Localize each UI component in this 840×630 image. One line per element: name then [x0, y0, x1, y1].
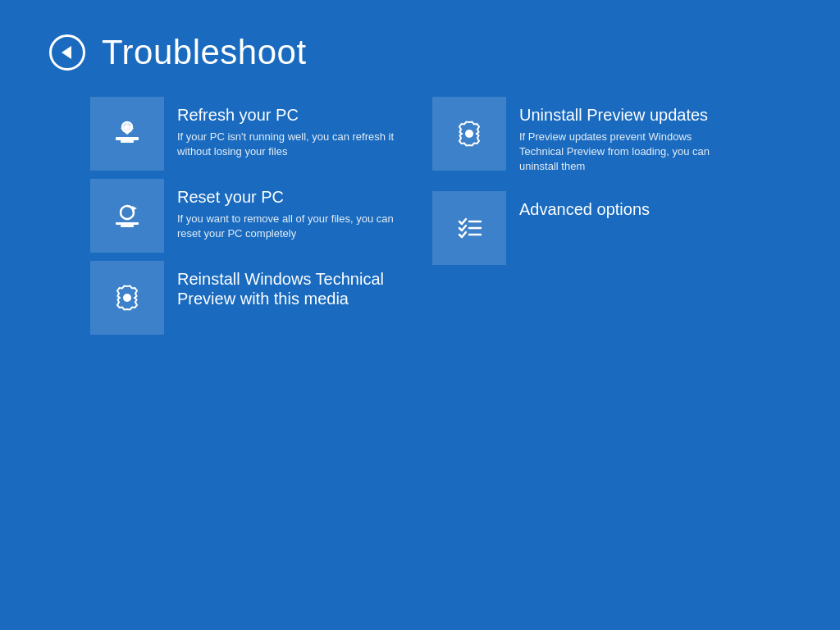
advanced-options-card[interactable]: Advanced options	[432, 191, 750, 265]
svg-rect-6	[116, 222, 139, 225]
refresh-pc-title: Refresh your PC	[177, 105, 395, 125]
uninstall-preview-card[interactable]: Uninstall Preview updates If Preview upd…	[432, 97, 750, 183]
reinstall-title: Reinstall Windows Technical Preview with…	[177, 269, 395, 308]
reinstall-windows-card[interactable]: Reinstall Windows Technical Preview with…	[90, 261, 408, 335]
refresh-pc-icon	[109, 116, 145, 152]
svg-rect-7	[121, 225, 134, 227]
header: Troubleshoot	[0, 0, 840, 97]
advanced-options-icon-box	[432, 191, 506, 265]
left-column: Refresh your PC If your PC isn't running…	[90, 97, 408, 335]
uninstall-preview-gear-icon	[451, 116, 487, 152]
page-title: Troubleshoot	[102, 33, 307, 72]
troubleshoot-page: Troubleshoot Refresh your P	[0, 0, 840, 630]
reset-pc-desc: If you want to remove all of your files,…	[177, 212, 395, 241]
reinstall-icon-box	[90, 261, 164, 335]
advanced-options-text: Advanced options	[506, 191, 750, 232]
refresh-pc-text: Refresh your PC If your PC isn't running…	[164, 97, 408, 167]
reset-pc-text: Reset your PC If you want to remove all …	[164, 179, 408, 249]
svg-point-8	[123, 294, 131, 302]
reinstall-gear-icon	[109, 280, 145, 316]
svg-marker-5	[132, 206, 137, 211]
back-button[interactable]	[49, 34, 85, 71]
svg-rect-0	[116, 137, 139, 140]
reset-pc-card[interactable]: Reset your PC If you want to remove all …	[90, 179, 408, 253]
options-container: Refresh your PC If your PC isn't running…	[0, 97, 840, 335]
advanced-options-title: Advanced options	[519, 199, 737, 219]
uninstall-preview-title: Uninstall Preview updates	[519, 105, 737, 125]
uninstall-preview-desc: If Preview updates prevent Windows Techn…	[519, 130, 737, 175]
reset-pc-title: Reset your PC	[177, 187, 395, 207]
uninstall-preview-icon-box	[432, 97, 506, 171]
svg-point-9	[465, 130, 473, 138]
svg-rect-1	[121, 140, 134, 143]
refresh-pc-desc: If your PC isn't running well, you can r…	[177, 130, 395, 159]
refresh-pc-icon-box	[90, 97, 164, 171]
advanced-options-checklist-icon	[451, 210, 487, 246]
refresh-pc-card[interactable]: Refresh your PC If your PC isn't running…	[90, 97, 408, 171]
reset-pc-icon-box	[90, 179, 164, 253]
reinstall-text: Reinstall Windows Technical Preview with…	[164, 261, 408, 322]
back-arrow-icon	[62, 46, 71, 59]
right-column: Uninstall Preview updates If Preview upd…	[432, 97, 750, 335]
uninstall-preview-text: Uninstall Preview updates If Preview upd…	[506, 97, 750, 183]
reset-pc-icon	[109, 198, 145, 234]
